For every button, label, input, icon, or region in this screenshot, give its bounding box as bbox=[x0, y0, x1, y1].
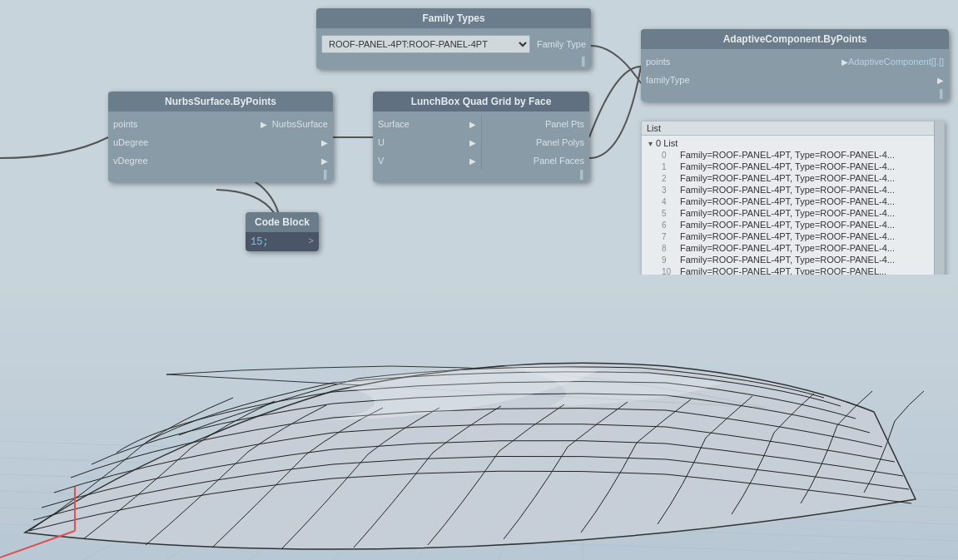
list-index-4: 4 bbox=[662, 197, 677, 206]
lunchbox-v-arrow: ▶ bbox=[469, 156, 476, 166]
list-header: List bbox=[642, 121, 944, 136]
lunchbox-panelpts-label: Panel Pts bbox=[487, 119, 585, 129]
adaptive-header: AdaptiveComponent.ByPoints bbox=[641, 29, 949, 49]
lunchbox-u-label: U bbox=[378, 137, 466, 147]
list-item-1: 1 Family=ROOF-PANEL-4PT, Type=ROOF-PANEL… bbox=[642, 161, 944, 172]
list-item-6-text: Family=ROOF-PANEL-4PT, Type=ROOF-PANEL-4… bbox=[680, 220, 895, 230]
code-block-header: Code Block bbox=[246, 212, 319, 232]
nurbs-header: NurbsSurface.ByPoints bbox=[108, 92, 333, 112]
lunchbox-title: LunchBox Quad Grid by Face bbox=[411, 96, 552, 107]
list-toggle-icon[interactable]: ▾ bbox=[648, 139, 653, 148]
adaptive-familytype-label: familyType bbox=[646, 75, 934, 85]
adaptive-output-label: AdaptiveComponent[].[] bbox=[848, 57, 944, 67]
lunchbox-node: LunchBox Quad Grid by Face Surface ▶ U ▶… bbox=[373, 92, 589, 182]
adaptive-points-row: points ▶ AdaptiveComponent[].[] bbox=[641, 52, 949, 71]
viewport-3d bbox=[0, 275, 958, 560]
adaptive-points-label: points bbox=[646, 57, 838, 67]
lunchbox-v-row: V ▶ bbox=[373, 151, 481, 170]
family-type-output-label: Family Type bbox=[537, 39, 586, 49]
adaptive-points-arrow: ▶ bbox=[841, 57, 848, 67]
lunchbox-surface-arrow: ▶ bbox=[469, 120, 476, 129]
list-item-1-text: Family=ROOF-PANEL-4PT, Type=ROOF-PANEL-4… bbox=[680, 161, 895, 171]
family-types-body: ROOF-PANEL-4PT:ROOF-PANEL-4PT Family Typ… bbox=[316, 28, 591, 69]
list-item-3-text: Family=ROOF-PANEL-4PT, Type=ROOF-PANEL-4… bbox=[680, 185, 895, 195]
list-item-5-text: Family=ROOF-PANEL-4PT, Type=ROOF-PANEL-4… bbox=[680, 208, 895, 218]
adaptive-familytype-row: familyType ▶ bbox=[641, 71, 949, 89]
lunchbox-body: Surface ▶ U ▶ V ▶ Panel Pts Panel Polys bbox=[373, 112, 589, 182]
lunchbox-right-ports: Panel Pts Panel Polys Panel Faces bbox=[482, 115, 590, 170]
nurbs-row-udegree: uDegree ▶ bbox=[108, 133, 333, 151]
nurbs-row-points: points ▶ NurbsSurface bbox=[108, 115, 333, 133]
list-item-5: 5 Family=ROOF-PANEL-4PT, Type=ROOF-PANEL… bbox=[642, 207, 944, 219]
nurbs-udegree-label: uDegree bbox=[113, 137, 318, 147]
family-types-title: Family Types bbox=[422, 12, 484, 24]
nurbs-vdegree-arrow: ▶ bbox=[321, 156, 328, 166]
nurbs-row-vdegree: vDegree ▶ bbox=[108, 151, 333, 170]
adaptive-node: AdaptiveComponent.ByPoints points ▶ Adap… bbox=[641, 29, 949, 102]
list-item-3: 3 Family=ROOF-PANEL-4PT, Type=ROOF-PANEL… bbox=[642, 184, 944, 196]
nurbs-vdegree-label: vDegree bbox=[113, 156, 318, 166]
code-block-content[interactable]: 15; bbox=[251, 236, 269, 248]
list-scrollbar[interactable] bbox=[934, 121, 944, 292]
list-item-0-text: Family=ROOF-PANEL-4PT, Type=ROOF-PANEL-4… bbox=[680, 150, 895, 160]
list-index-8: 8 bbox=[662, 244, 677, 253]
list-item-9: 9 Family=ROOF-PANEL-4PT, Type=ROOF-PANEL… bbox=[642, 254, 944, 265]
nurbs-points-label: points bbox=[113, 119, 257, 129]
list-item-8-text: Family=ROOF-PANEL-4PT, Type=ROOF-PANEL-4… bbox=[680, 243, 895, 253]
list-item-0: 0 Family=ROOF-PANEL-4PT, Type=ROOF-PANEL… bbox=[642, 149, 944, 161]
nurbs-udegree-arrow: ▶ bbox=[321, 138, 328, 147]
list-index-1: 1 bbox=[662, 162, 677, 171]
list-item-4: 4 Family=ROOF-PANEL-4PT, Type=ROOF-PANEL… bbox=[642, 196, 944, 207]
list-item-7: 7 Family=ROOF-PANEL-4PT, Type=ROOF-PANEL… bbox=[642, 230, 944, 242]
family-types-node: Family Types ROOF-PANEL-4PT:ROOF-PANEL-4… bbox=[316, 8, 591, 69]
list-index-2: 2 bbox=[662, 174, 677, 183]
list-content: ▾ 0 List 0 Family=ROOF-PANEL-4PT, Type=R… bbox=[642, 136, 944, 279]
list-output-panel: List ▾ 0 List 0 Family=ROOF-PANEL-4PT, T… bbox=[641, 121, 945, 293]
list-item-4-text: Family=ROOF-PANEL-4PT, Type=ROOF-PANEL-4… bbox=[680, 196, 895, 206]
nurbs-resize: ▌ bbox=[108, 170, 333, 179]
adaptive-body: points ▶ AdaptiveComponent[].[] familyTy… bbox=[641, 49, 949, 102]
list-index-7: 7 bbox=[662, 232, 677, 241]
family-types-resize: ▌ bbox=[316, 57, 591, 66]
adaptive-familytype-arrow: ▶ bbox=[937, 76, 944, 85]
list-index-9: 9 bbox=[662, 255, 677, 265]
nurbs-output-label: NurbsSurface bbox=[272, 119, 328, 129]
nurbs-title: NurbsSurface.ByPoints bbox=[165, 96, 276, 107]
nurbs-body: points ▶ NurbsSurface uDegree ▶ vDegree … bbox=[108, 112, 333, 182]
list-item-9-text: Family=ROOF-PANEL-4PT, Type=ROOF-PANEL-4… bbox=[680, 255, 895, 265]
code-block-body: 15; > bbox=[246, 232, 319, 251]
lunchbox-surface-label: Surface bbox=[378, 119, 466, 129]
list-index-5: 5 bbox=[662, 209, 677, 218]
lunchbox-surface-row: Surface ▶ bbox=[373, 115, 481, 133]
lunchbox-v-label: V bbox=[378, 156, 466, 166]
lunchbox-ports: Surface ▶ U ▶ V ▶ Panel Pts Panel Polys bbox=[373, 115, 589, 170]
nurbs-node: NurbsSurface.ByPoints points ▶ NurbsSurf… bbox=[108, 92, 333, 182]
family-types-header: Family Types bbox=[316, 8, 591, 28]
list-tree-root: ▾ 0 List bbox=[642, 137, 944, 149]
list-index-3: 3 bbox=[662, 186, 677, 195]
lunchbox-panelfaces-label: Panel Faces bbox=[487, 156, 585, 166]
lunchbox-header: LunchBox Quad Grid by Face bbox=[373, 92, 589, 112]
code-block-title: Code Block bbox=[255, 216, 310, 228]
code-block-arrow: > bbox=[309, 235, 314, 245]
list-index-0: 0 bbox=[662, 151, 677, 160]
lunchbox-panelpolys-row: Panel Polys bbox=[482, 133, 590, 151]
adaptive-resize: ▌ bbox=[641, 89, 949, 98]
nurbs-points-arrow: ▶ bbox=[261, 120, 267, 129]
lunchbox-u-row: U ▶ bbox=[373, 133, 481, 151]
list-item-2-text: Family=ROOF-PANEL-4PT, Type=ROOF-PANEL-4… bbox=[680, 173, 895, 183]
list-item-6: 6 Family=ROOF-PANEL-4PT, Type=ROOF-PANEL… bbox=[642, 219, 944, 230]
lunchbox-panelpolys-label: Panel Polys bbox=[487, 137, 585, 147]
family-types-dropdown-row: ROOF-PANEL-4PT:ROOF-PANEL-4PT Family Typ… bbox=[316, 32, 591, 57]
adaptive-title: AdaptiveComponent.ByPoints bbox=[723, 33, 867, 45]
lunchbox-u-arrow: ▶ bbox=[469, 138, 476, 147]
lunchbox-panelfaces-row: Panel Faces bbox=[482, 151, 590, 170]
list-item-8: 8 Family=ROOF-PANEL-4PT, Type=ROOF-PANEL… bbox=[642, 242, 944, 254]
list-index-6: 6 bbox=[662, 221, 677, 230]
family-types-dropdown[interactable]: ROOF-PANEL-4PT:ROOF-PANEL-4PT bbox=[321, 35, 530, 53]
lunchbox-resize: ▌ bbox=[373, 170, 589, 179]
list-root-label: 0 List bbox=[656, 138, 678, 148]
list-header-label: List bbox=[647, 123, 661, 133]
list-item-2: 2 Family=ROOF-PANEL-4PT, Type=ROOF-PANEL… bbox=[642, 172, 944, 184]
code-block-node: Code Block 15; > bbox=[246, 212, 319, 251]
